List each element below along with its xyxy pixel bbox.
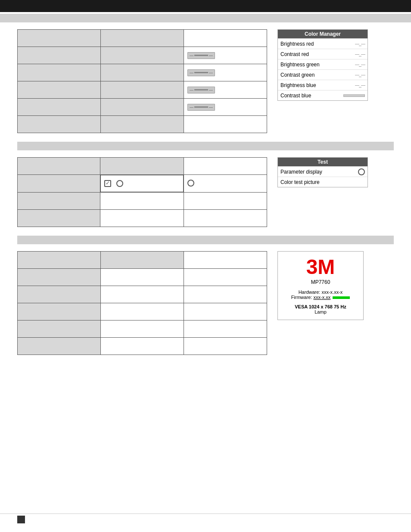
slider-control[interactable]: —— — [187, 52, 215, 59]
cell — [18, 210, 100, 227]
color-manager-section: —— —— —— — [17, 29, 394, 133]
brightness-green-label: Brightness green — [280, 62, 355, 68]
logo-box: 3M MP7760 Hardware: xxx-x.xx-x Firmware:… — [277, 251, 364, 320]
table-row — [18, 252, 267, 269]
cell — [100, 175, 184, 192]
table-row: —— — [18, 99, 267, 116]
slider-track — [194, 89, 208, 90]
cell — [184, 210, 267, 227]
contrast-red-slider[interactable]: ―⎯― — [355, 52, 365, 56]
panel-row-contrast-red: Contrast red ―⎯― — [278, 49, 367, 59]
brightness-green-slider[interactable]: ―⎯― — [355, 62, 365, 67]
cell — [184, 116, 267, 133]
panel-row-color-test: Color test picture — [278, 177, 367, 187]
cell — [18, 193, 100, 210]
table-row — [18, 116, 267, 133]
brightness-red-slider[interactable]: ―⎯― — [355, 41, 365, 46]
table-row — [18, 320, 267, 338]
table-row: —— — [18, 47, 267, 64]
cell: —— — [184, 47, 267, 64]
cell — [100, 158, 184, 175]
cell — [101, 338, 184, 355]
cell — [18, 47, 101, 64]
contrast-blue-bar[interactable] — [343, 94, 365, 97]
color-manager-panel: Color Manager Brightness red ―⎯― Contras… — [277, 29, 368, 133]
logo-3m: 3M — [285, 257, 356, 277]
cell: —— — [184, 99, 267, 116]
brightness-blue-slider[interactable]: ―⎯― — [355, 83, 365, 87]
cell — [100, 193, 184, 210]
table-row — [18, 269, 267, 286]
cell — [18, 158, 100, 175]
cell — [100, 210, 184, 227]
cell — [101, 99, 184, 116]
panel-row-brightness-green: Brightness green ―⎯― — [278, 59, 367, 69]
model-label: MP7760 — [285, 279, 356, 285]
table-row — [18, 30, 267, 47]
cell — [18, 30, 101, 47]
cell — [18, 99, 101, 116]
section-header-3 — [17, 236, 394, 244]
bottom-rule — [0, 513, 411, 514]
contrast-green-slider[interactable]: ―⎯― — [355, 72, 365, 77]
table-row — [18, 303, 267, 320]
cell — [18, 269, 101, 286]
cell — [18, 303, 101, 320]
slider-control[interactable]: —— — [187, 104, 215, 111]
panel-row-contrast-blue: Contrast blue — [278, 90, 367, 100]
panel-row-contrast-green: Contrast green ―⎯― — [278, 69, 367, 80]
table-row — [18, 175, 267, 193]
cell — [184, 193, 267, 210]
cell — [184, 303, 267, 320]
cell — [184, 338, 267, 355]
cell — [101, 47, 184, 64]
table-row — [18, 286, 267, 303]
lamp-label: Lamp — [285, 309, 356, 314]
firmware-text-label: Firmware: — [291, 295, 312, 300]
cell — [101, 269, 184, 286]
table-row — [18, 210, 267, 227]
section-header-1 — [0, 14, 411, 22]
test-grid — [17, 157, 267, 227]
cell — [18, 320, 101, 338]
table-row: —— — [18, 81, 267, 99]
page-square-icon — [17, 516, 25, 523]
test-panel: Test Parameter display Color test pictur… — [277, 157, 368, 227]
slider-control[interactable]: —— — [187, 87, 215, 93]
radio-empty-right-icon[interactable] — [187, 180, 194, 187]
panel-row-brightness-blue: Brightness blue ―⎯― — [278, 80, 367, 90]
contrast-green-label: Contrast green — [280, 72, 355, 78]
cell — [18, 64, 101, 81]
cell — [101, 81, 184, 99]
info-grid — [17, 251, 267, 355]
table-row — [18, 158, 267, 175]
color-manager-grid: —— —— —— — [17, 29, 267, 133]
firmware-label: Firmware: xxx-x.xx — [285, 295, 356, 300]
cell: —— — [184, 64, 267, 81]
cell — [101, 320, 184, 338]
brightness-blue-label: Brightness blue — [280, 82, 355, 88]
panel-row-brightness-red: Brightness red ―⎯― — [278, 38, 367, 49]
slider-control[interactable]: —— — [187, 69, 215, 76]
slider-track — [194, 55, 208, 56]
param-display-radio[interactable] — [358, 168, 365, 175]
cell — [184, 320, 267, 338]
panel-title: Color Manager — [278, 30, 367, 38]
cell — [101, 30, 184, 47]
contrast-blue-label: Contrast blue — [280, 93, 343, 99]
checkbox-checked-icon[interactable] — [104, 180, 111, 187]
cell — [18, 81, 101, 99]
test-section: Test Parameter display Color test pictur… — [17, 157, 394, 227]
radio-empty-icon[interactable] — [116, 180, 123, 187]
test-panel-title: Test — [278, 158, 367, 166]
param-display-label: Parameter display — [280, 169, 358, 175]
table-row: —— — [18, 64, 267, 81]
cell — [101, 303, 184, 320]
cell — [184, 269, 267, 286]
table-row — [18, 193, 267, 210]
cell — [18, 252, 101, 269]
table-row — [18, 338, 267, 355]
cell — [18, 116, 101, 133]
cell — [184, 175, 267, 193]
cell — [184, 30, 267, 47]
